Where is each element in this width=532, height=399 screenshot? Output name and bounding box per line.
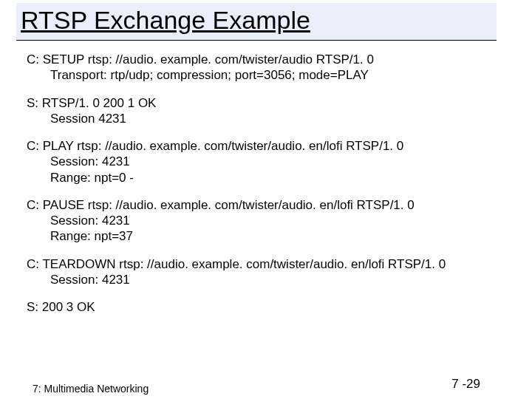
block-response-1: S: RTSP/1. 0 200 1 OK Session 4231 [27, 95, 505, 127]
block-play: C: PLAY rtsp: //audio. example. com/twis… [27, 138, 505, 185]
line: Range: npt=0 - [50, 170, 505, 185]
line: S: RTSP/1. 0 200 1 OK [27, 95, 505, 111]
line: Session: 4231 [50, 213, 505, 228]
line: C: PLAY rtsp: //audio. example. com/twis… [27, 138, 505, 154]
block-setup: C: SETUP rtsp: //audio. example. com/twi… [27, 52, 505, 83]
slide: RTSP Exchange Example C: SETUP rtsp: //a… [0, 0, 532, 399]
line: Session: 4231 [50, 272, 505, 287]
block-teardown: C: TEARDOWN rtsp: //audio. example. com/… [27, 256, 505, 288]
footer-left: 7: Multimedia Networking [33, 383, 151, 395]
footer-right: 7 -29 [451, 377, 480, 392]
line: S: 200 3 OK [27, 299, 505, 315]
block-pause: C: PAUSE rtsp: //audio. example. com/twi… [27, 197, 505, 245]
line: C: SETUP rtsp: //audio. example. com/twi… [27, 52, 505, 67]
line: C: PAUSE rtsp: //audio. example. com/twi… [27, 197, 505, 213]
line: Transport: rtp/udp; compression; port=30… [50, 67, 505, 83]
line: Range: npt=37 [50, 228, 505, 244]
line: Session: 4231 [50, 154, 505, 169]
line: C: TEARDOWN rtsp: //audio. example. com/… [27, 256, 505, 272]
block-response-2: S: 200 3 OK [27, 299, 505, 315]
slide-body: C: SETUP rtsp: //audio. example. com/twi… [27, 52, 505, 315]
line: Session 4231 [50, 111, 505, 126]
slide-title: RTSP Exchange Example [16, 3, 497, 41]
